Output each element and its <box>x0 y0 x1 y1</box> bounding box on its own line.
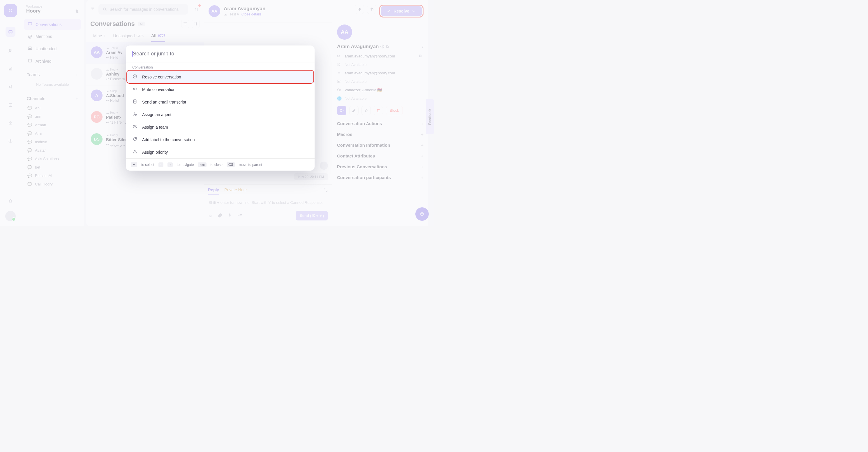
svg-point-26 <box>135 114 136 115</box>
option-icon <box>132 99 137 105</box>
option-label: Mute conversation <box>142 87 175 92</box>
palette-section-label: Conversation <box>126 62 315 70</box>
up-key-icon: ↑ <box>167 163 173 167</box>
palette-option[interactable]: Add label to the conversation <box>126 133 315 146</box>
option-icon <box>132 137 137 142</box>
option-icon <box>132 112 137 117</box>
option-icon <box>132 149 137 155</box>
option-label: Assign a team <box>142 125 168 130</box>
option-icon <box>132 124 137 130</box>
option-label: Add label to the conversation <box>142 137 195 142</box>
option-icon <box>132 74 137 80</box>
backspace-key-icon: ⌫ <box>227 162 235 167</box>
option-label: Assign an agent <box>142 112 171 117</box>
palette-option[interactable]: Mute conversation <box>126 83 315 96</box>
esc-key-icon: esc <box>198 163 206 167</box>
svg-point-23 <box>133 75 136 78</box>
enter-key-icon: ↵ <box>131 162 137 167</box>
palette-search-input[interactable]: Search or jump to <box>126 46 315 62</box>
palette-option[interactable]: Resolve conversation <box>126 70 315 83</box>
palette-option[interactable]: Assign a team <box>126 121 315 133</box>
svg-point-28 <box>135 125 136 126</box>
palette-option[interactable]: Send an email transcript <box>126 96 315 108</box>
palette-option[interactable]: Assign an agent <box>126 108 315 121</box>
svg-point-29 <box>135 138 136 139</box>
palette-option[interactable]: Assign priority <box>126 146 315 158</box>
option-icon <box>132 87 137 92</box>
option-label: Assign priority <box>142 150 168 154</box>
option-label: Send an email transcript <box>142 100 186 104</box>
option-label: Resolve conversation <box>142 75 181 79</box>
svg-point-25 <box>134 113 135 114</box>
down-key-icon: ↓ <box>158 163 164 167</box>
palette-footer: ↵to select ↓ ↑to navigate escto close ⌫m… <box>126 158 315 171</box>
command-palette: Search or jump to Conversation Resolve c… <box>126 46 315 171</box>
svg-point-27 <box>133 125 134 126</box>
